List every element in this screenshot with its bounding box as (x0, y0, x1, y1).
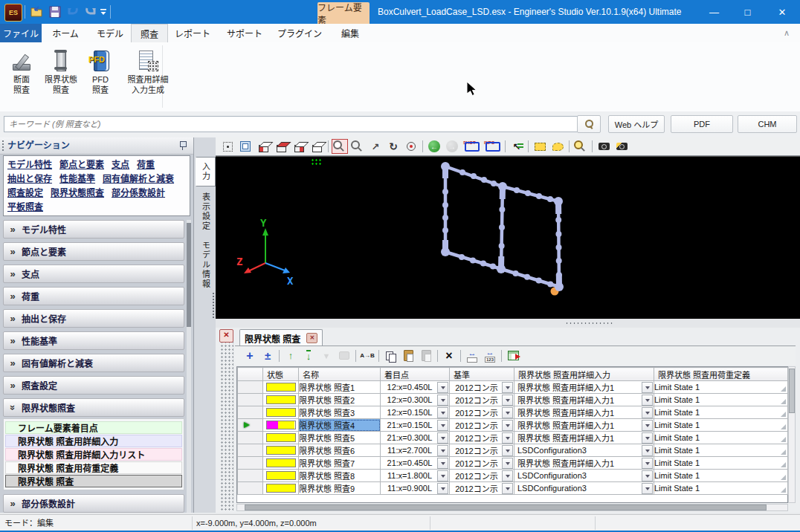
cell-detail-input[interactable]: LSDConfiguration3 (514, 482, 654, 495)
accordion-section-eigen-analysis-damping[interactable]: »固有値解析と減衰 (3, 354, 184, 372)
cell-standard[interactable]: 2012コン示 (450, 432, 514, 444)
cell-detail-input[interactable]: 限界状態 照査用詳細入力1 (514, 419, 654, 432)
scrollbar-thumb[interactable] (789, 369, 795, 413)
open-file-icon[interactable] (29, 4, 45, 20)
cell-standard[interactable]: 2012コン示 (450, 394, 514, 406)
dropdown-icon[interactable] (502, 407, 513, 418)
tab-model[interactable]: モデル (89, 24, 131, 42)
cell-standard[interactable]: 2012コン示 (450, 419, 514, 432)
search-view-icon[interactable] (572, 139, 589, 154)
dropdown-icon[interactable] (502, 382, 513, 393)
toolbar-options-icon[interactable] (98, 4, 109, 20)
cell-status[interactable] (263, 419, 299, 432)
column-header[interactable]: 着目点 (381, 368, 450, 381)
table-vertical-scrollbar[interactable] (788, 366, 796, 503)
row-header-cell[interactable] (238, 432, 263, 444)
side-tab-model-info[interactable]: モデル情報 (196, 237, 216, 292)
row-header-cell[interactable] (238, 457, 263, 470)
dropdown-icon[interactable] (437, 445, 448, 456)
cell-standard[interactable]: 2012コン示 (450, 444, 514, 457)
cell-detail-input[interactable]: LSDConfiguration3 (514, 470, 654, 482)
dropdown-icon[interactable] (437, 432, 448, 444)
cell-load-definition[interactable]: Limit State 1 (654, 470, 788, 482)
cell-load-definition[interactable]: Limit State 1 (654, 406, 788, 419)
cell-status[interactable] (263, 381, 299, 394)
nav-link-節点と要素[interactable]: 節点と要素 (59, 158, 104, 172)
row-header-cell[interactable] (238, 381, 263, 394)
side-tab-input[interactable]: 入力 (196, 157, 216, 186)
cell-load-definition[interactable]: Limit State 1 (654, 482, 788, 495)
splitter-grip-icon[interactable] (565, 322, 613, 325)
accordion-section-performance-criteria[interactable]: »性能基準 (3, 331, 184, 350)
view-cube-front-icon[interactable] (291, 139, 307, 154)
dropdown-icon[interactable] (502, 445, 513, 456)
select-points-icon[interactable] (219, 139, 236, 154)
limit-state-check-button[interactable]: 限界状態照査 (40, 45, 82, 108)
tab-close-icon[interactable]: ✕ (306, 333, 317, 343)
dropdown-icon[interactable] (437, 420, 448, 431)
expand-corner-icon[interactable] (781, 462, 786, 467)
accordion-section-model-properties[interactable]: »モデル特性 (3, 220, 184, 239)
row-header-cell[interactable] (238, 444, 263, 457)
dropdown-icon[interactable] (642, 420, 653, 431)
redo-icon[interactable] (83, 4, 99, 20)
nav-link-照査設定[interactable]: 照査設定 (7, 186, 43, 201)
pointer-select-icon[interactable] (509, 139, 525, 154)
dropdown-icon[interactable] (642, 458, 653, 469)
nav-link-部分係数設計[interactable]: 部分係数設計 (112, 186, 165, 201)
pin-icon[interactable] (178, 140, 187, 151)
cell-name[interactable]: 限界状態 照査2 (299, 394, 381, 406)
nav-link-荷重[interactable]: 荷重 (137, 158, 155, 172)
camera-note-icon[interactable] (613, 139, 630, 154)
cell-name[interactable]: 限界状態 照査7 (299, 457, 381, 470)
cell-name[interactable]: 限界状態 照査5 (299, 432, 381, 444)
shot-camera-icon[interactable] (462, 139, 481, 154)
history-back-icon[interactable] (426, 139, 442, 154)
dropdown-icon[interactable] (642, 483, 653, 494)
nav-item-detail-input[interactable]: 限界状態 照査用詳細入力 (5, 435, 182, 447)
cell-standard[interactable]: 2012コン示 (450, 482, 514, 495)
drag-grip-icon[interactable] (1, 140, 4, 152)
column-header[interactable]: 基準 (450, 368, 514, 381)
ribbon-collapse-icon[interactable]: ∧ (781, 27, 793, 39)
dropdown-icon[interactable] (642, 445, 653, 456)
cell-name[interactable]: 限界状態 照査8 (299, 470, 381, 482)
accordion-section-partial-factor-design[interactable]: »部分係数設計 (3, 494, 184, 513)
side-tab-display-settings[interactable]: 表示設定 (196, 188, 216, 236)
tab-edit[interactable]: 編集 (329, 24, 372, 42)
nav-link-モデル特性[interactable]: モデル特性 (7, 158, 52, 172)
undo-icon[interactable] (65, 4, 81, 20)
rotate-view-icon[interactable] (385, 139, 401, 154)
view-cube-top-icon[interactable] (273, 139, 289, 154)
cell-load-definition[interactable]: Limit State 1 (654, 381, 788, 394)
dropdown-icon[interactable] (437, 470, 448, 481)
search-button[interactable] (577, 115, 601, 133)
dropdown-icon[interactable] (502, 470, 513, 481)
fit-view-icon[interactable] (237, 139, 254, 154)
cell-point[interactable]: 12:x=0.150L (381, 406, 450, 419)
tab-limit-state-check[interactable]: 限界状態 照査 ✕ (239, 329, 323, 346)
tab-home[interactable]: ホーム (42, 24, 89, 42)
nav-link-抽出と保存[interactable]: 抽出と保存 (7, 172, 52, 186)
accordion-section-check-settings[interactable]: »照査設定 (3, 376, 184, 395)
tab-support[interactable]: サポート (219, 24, 271, 42)
expand-corner-icon[interactable] (781, 475, 786, 480)
fit-width-icon[interactable] (464, 348, 480, 363)
accordion-section-nodes-elements[interactable]: »節点と要素 (3, 242, 184, 261)
tab-report[interactable]: レポート (167, 24, 219, 42)
copy-icon[interactable] (382, 348, 399, 363)
pan-arrow-icon[interactable] (367, 139, 384, 154)
dropdown-icon[interactable] (502, 432, 513, 444)
chm-help-button[interactable]: CHM (738, 115, 797, 133)
add-row-icon[interactable] (242, 348, 258, 363)
fit-width-number-icon[interactable] (482, 348, 498, 363)
cell-point[interactable]: 21:x=0.450L (381, 457, 450, 470)
app-logo-icon[interactable]: ES (4, 4, 22, 22)
lasso-select-icon[interactable] (549, 139, 566, 154)
cell-name[interactable]: 限界状態 照査4 (299, 419, 381, 432)
nav-link-平板照査[interactable]: 平板照査 (7, 201, 43, 215)
paste-icon[interactable] (400, 348, 416, 363)
cell-status[interactable] (263, 394, 299, 406)
cell-name[interactable]: 限界状態 照査9 (299, 482, 381, 495)
maximize-button[interactable]: □ (731, 0, 764, 24)
